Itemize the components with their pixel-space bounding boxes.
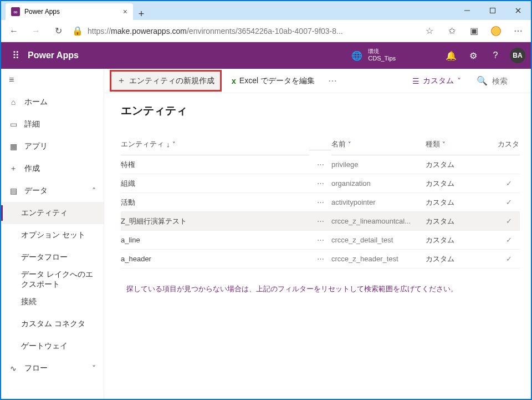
nav-collapse-button[interactable]: ≡: [1, 69, 104, 91]
environment-picker[interactable]: 🌐 環境 CDS_Tips: [351, 48, 396, 62]
refresh-button[interactable]: ↻: [50, 23, 66, 39]
excel-icon: x: [232, 77, 236, 85]
cell-name: crcce_z_header_test: [331, 250, 426, 269]
cell-entity[interactable]: a_header: [121, 250, 309, 269]
sidebar-item-detail[interactable]: ▭詳細: [1, 113, 104, 135]
row-more-icon[interactable]: ⋯: [309, 155, 331, 174]
plus-icon: ＋: [117, 75, 126, 87]
new-tab-button[interactable]: +: [133, 8, 150, 20]
cell-managed: ✓: [498, 231, 520, 250]
env-label: 環境: [368, 48, 396, 55]
entity-grid: エンティティ↓˅ 名前˅ 種類˅ カスタ 特権⋯privilegeカスタム組織⋯…: [121, 134, 531, 269]
sidebar-item-optionsets[interactable]: オプション セット: [1, 224, 104, 246]
back-button[interactable]: ←: [6, 23, 22, 39]
cell-managed: ✓: [498, 174, 520, 193]
cell-entity[interactable]: a_line: [121, 231, 309, 250]
tab-title: Power Apps: [24, 8, 119, 16]
col-entity[interactable]: エンティティ↓˅: [121, 134, 309, 155]
cell-type: カスタム: [426, 193, 498, 212]
browser-addressbar: ← → ↻ 🔒 https://make.powerapps.com/envir…: [1, 20, 531, 42]
cell-type: カスタム: [426, 231, 498, 250]
cell-type: カスタム: [426, 155, 498, 174]
minimize-button[interactable]: [454, 1, 480, 20]
user-avatar[interactable]: BA: [510, 48, 525, 63]
cell-type: カスタム: [426, 212, 498, 231]
sidebar-item-entity[interactable]: エンティティ: [1, 202, 104, 224]
cell-managed: ✓: [498, 212, 520, 231]
col-name[interactable]: 名前˅: [331, 134, 426, 155]
flow-icon: ∿: [9, 364, 18, 373]
cell-name: activitypointer: [331, 193, 426, 212]
app-launcher-icon[interactable]: ⠿: [7, 49, 24, 62]
collections-icon[interactable]: ▣: [466, 23, 482, 39]
cell-entity[interactable]: 活動: [121, 193, 309, 212]
favorites-button[interactable]: ✩: [443, 23, 460, 39]
col-cust: カスタ: [498, 134, 520, 155]
favorite-star-icon[interactable]: ☆: [421, 23, 438, 39]
col-spacer: [309, 139, 331, 150]
cell-name: privilege: [331, 155, 426, 174]
search-box[interactable]: 🔍: [477, 75, 525, 86]
sidebar-item-dataflow[interactable]: データフロー: [1, 246, 104, 269]
col-type[interactable]: 種類˅: [426, 134, 498, 155]
search-input[interactable]: [492, 77, 525, 85]
help-icon[interactable]: ?: [484, 50, 507, 60]
profile-icon[interactable]: [488, 23, 504, 39]
view-filter[interactable]: ☰カスタム˅: [412, 76, 461, 86]
sort-desc-icon: ↓: [166, 140, 170, 149]
row-more-icon[interactable]: ⋯: [309, 212, 331, 231]
sidebar-item-flow[interactable]: ∿フロー˅: [1, 357, 104, 379]
chevron-down-icon: ˅: [348, 141, 351, 148]
chevron-down-icon: ˅: [457, 77, 461, 85]
sidebar-item-apps[interactable]: ▦アプリ: [1, 135, 104, 158]
cell-name: organization: [331, 174, 426, 193]
cell-type: カスタム: [426, 174, 498, 193]
chevron-down-icon: ˅: [172, 141, 176, 148]
cell-entity[interactable]: Z_明細行演算テスト: [121, 212, 309, 231]
env-name: CDS_Tips: [368, 55, 396, 62]
filter-icon: ☰: [412, 77, 420, 85]
reset-filter-hint[interactable]: 探している項目が見つからない場合は、上記のフィルターをリセットして検索範囲を広げ…: [126, 284, 531, 294]
sidebar-item-data[interactable]: ▤データ˄: [1, 180, 104, 202]
apps-icon: ▦: [9, 142, 18, 151]
row-more-icon[interactable]: ⋯: [309, 193, 331, 212]
sidebar-item-create[interactable]: ＋作成: [1, 158, 104, 180]
data-icon: ▤: [9, 186, 18, 195]
new-entity-button[interactable]: ＋エンティティの新規作成: [110, 70, 222, 92]
command-overflow[interactable]: ⋯: [325, 75, 340, 86]
chevron-down-icon: ˅: [92, 364, 96, 373]
browser-titlebar: Power Apps × +: [1, 1, 531, 20]
sidebar-item-gateway[interactable]: ゲートウェイ: [1, 335, 104, 357]
sidebar-item-home[interactable]: ⌂ホーム: [1, 91, 104, 113]
cell-name: crcce_z_detail_test: [331, 231, 426, 250]
row-more-icon[interactable]: ⋯: [309, 174, 331, 193]
cell-managed: [498, 155, 520, 174]
browser-menu-icon[interactable]: ⋯: [510, 23, 526, 39]
forward-button[interactable]: →: [28, 23, 44, 39]
maximize-button[interactable]: [480, 1, 505, 20]
browser-tab[interactable]: Power Apps ×: [6, 3, 133, 20]
url-box[interactable]: 🔒 https://make.powerapps.com/environment…: [72, 26, 416, 36]
row-more-icon[interactable]: ⋯: [309, 231, 331, 250]
close-window-button[interactable]: [505, 1, 531, 20]
sidebar-item-datalake[interactable]: データ レイクへのエクスポート: [1, 269, 104, 291]
settings-icon[interactable]: ⚙: [462, 50, 484, 61]
chevron-down-icon: ˅: [442, 141, 446, 148]
book-icon: ▭: [9, 120, 18, 129]
notifications-icon[interactable]: 🔔: [440, 50, 462, 61]
page-title: エンティティ: [121, 103, 531, 118]
powerapps-header: ⠿ Power Apps 🌐 環境 CDS_Tips 🔔 ⚙ ? BA: [1, 42, 531, 69]
sidebar-item-custom-connector[interactable]: カスタム コネクタ: [1, 313, 104, 335]
close-tab-icon[interactable]: ×: [123, 7, 127, 16]
search-icon: 🔍: [477, 75, 488, 86]
browser-tabs: Power Apps × +: [1, 1, 454, 20]
row-more-icon[interactable]: ⋯: [309, 250, 331, 269]
cell-name: crcce_z_lineamountcal...: [331, 212, 426, 231]
cell-entity[interactable]: 組織: [121, 174, 309, 193]
globe-icon: 🌐: [351, 50, 362, 61]
cell-entity[interactable]: 特権: [121, 155, 309, 174]
edit-in-excel-button[interactable]: xExcel でデータを編集: [226, 73, 320, 89]
plus-icon: ＋: [9, 164, 18, 174]
sidebar-item-connections[interactable]: 接続: [1, 291, 104, 313]
powerapps-favicon: [11, 7, 20, 16]
